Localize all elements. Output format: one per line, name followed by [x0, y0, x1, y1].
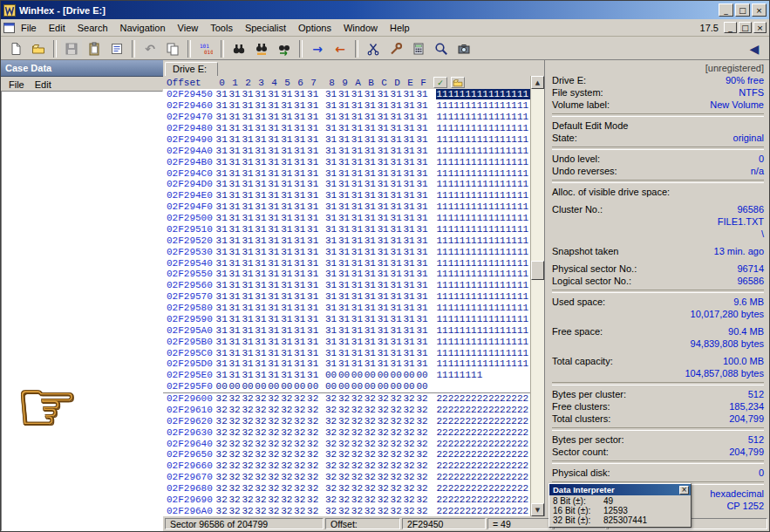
- hex-byte-cell[interactable]: 31: [215, 100, 228, 111]
- header-check-button[interactable]: ✓: [433, 77, 447, 88]
- hex-byte-cell[interactable]: 32: [215, 472, 228, 482]
- hex-byte-cell[interactable]: 31: [267, 337, 280, 347]
- hex-byte-cell[interactable]: 31: [267, 112, 280, 122]
- hex-byte-cell[interactable]: 31: [293, 179, 306, 189]
- hex-byte-cell[interactable]: 31: [242, 358, 255, 369]
- hex-byte-cell[interactable]: 31: [390, 134, 403, 145]
- hex-byte-cell[interactable]: 31: [254, 89, 267, 99]
- hex-byte-cell[interactable]: 31: [267, 314, 280, 324]
- hex-byte-cell[interactable]: 32: [403, 472, 416, 482]
- hex-byte-cell[interactable]: 31: [416, 89, 429, 99]
- data-interpreter-close-button[interactable]: ×: [679, 486, 689, 494]
- hex-byte-cell[interactable]: 00: [324, 381, 337, 392]
- hex-byte-cell[interactable]: 31: [215, 314, 228, 324]
- ascii-cell[interactable]: 2222222222222222: [436, 483, 529, 494]
- hex-byte-cell[interactable]: 31: [364, 123, 377, 133]
- ascii-cell[interactable]: 1111111111111111: [436, 100, 529, 111]
- hex-byte-cell[interactable]: 31: [228, 157, 242, 167]
- hex-byte-cell[interactable]: 31: [390, 247, 403, 257]
- hex-byte-cell[interactable]: 00: [351, 370, 364, 380]
- hex-byte-cell[interactable]: 31: [416, 168, 429, 179]
- hex-byte-cell[interactable]: 31: [293, 168, 306, 179]
- hex-byte-cell[interactable]: 31: [337, 348, 351, 358]
- hex-byte-cell[interactable]: 31: [242, 247, 255, 257]
- hex-byte-cell[interactable]: 32: [416, 405, 429, 415]
- hex-byte-cell[interactable]: 31: [280, 325, 293, 336]
- hex-byte-cell[interactable]: 31: [254, 303, 267, 313]
- hex-byte-cell[interactable]: 31: [364, 258, 377, 269]
- hex-byte-cell[interactable]: 31: [306, 112, 319, 122]
- hex-byte-cell[interactable]: 31: [403, 201, 416, 212]
- hex-byte-cell[interactable]: 32: [215, 439, 228, 449]
- hex-byte-cell[interactable]: 32: [280, 460, 293, 471]
- hex-byte-cell[interactable]: 31: [228, 303, 242, 313]
- hex-byte-cell[interactable]: 31: [215, 291, 228, 302]
- hex-byte-cell[interactable]: 32: [390, 472, 403, 482]
- hex-byte-cell[interactable]: 31: [377, 247, 390, 257]
- hex-byte-cell[interactable]: 31: [293, 314, 306, 324]
- hex-byte-cell[interactable]: 00: [254, 381, 267, 392]
- hex-byte-cell[interactable]: 31: [228, 269, 242, 279]
- hex-byte-cell[interactable]: 31: [267, 168, 280, 179]
- hex-byte-cell[interactable]: 31: [364, 358, 377, 369]
- hex-byte-cell[interactable]: 31: [228, 201, 242, 212]
- hex-byte-cell[interactable]: 31: [337, 100, 351, 111]
- hex-byte-cell[interactable]: 31: [242, 190, 255, 201]
- continue-search-button[interactable]: [274, 39, 295, 58]
- hex-byte-cell[interactable]: 31: [254, 337, 267, 347]
- toolbar-scroll-left-button[interactable]: ◀: [744, 39, 765, 58]
- hex-byte-cell[interactable]: 31: [254, 235, 267, 246]
- hex-byte-cell[interactable]: 31: [403, 157, 416, 167]
- hex-byte-cell[interactable]: 32: [306, 427, 319, 438]
- hex-byte-cell[interactable]: 31: [215, 179, 228, 189]
- hex-byte-cell[interactable]: 31: [324, 179, 337, 189]
- hex-byte-cell[interactable]: 31: [267, 269, 280, 279]
- hex-byte-cell[interactable]: 31: [337, 89, 351, 99]
- hex-byte-cell[interactable]: 31: [337, 179, 351, 189]
- ascii-cell[interactable]: 1111111111111111: [436, 89, 529, 99]
- hex-byte-cell[interactable]: 31: [416, 303, 429, 313]
- find-hex-button[interactable]: [251, 39, 272, 58]
- hex-byte-cell[interactable]: 31: [337, 146, 351, 156]
- hex-byte-cell[interactable]: 31: [228, 348, 242, 358]
- hex-byte-cell[interactable]: 31: [280, 123, 293, 133]
- hex-byte-cell[interactable]: 31: [293, 146, 306, 156]
- hex-byte-cell[interactable]: 32: [254, 494, 267, 505]
- hex-byte-cell[interactable]: 32: [324, 393, 337, 404]
- hex-byte-cell[interactable]: 32: [403, 416, 416, 426]
- hex-byte-cell[interactable]: 32: [293, 472, 306, 482]
- hex-byte-cell[interactable]: 31: [337, 247, 351, 257]
- hex-byte-cell[interactable]: 31: [215, 370, 228, 380]
- hex-byte-cell[interactable]: 32: [337, 483, 351, 494]
- hex-byte-cell[interactable]: 31: [228, 247, 242, 257]
- hex-byte-cell[interactable]: 31: [215, 134, 228, 145]
- hex-byte-cell[interactable]: 31: [267, 348, 280, 358]
- hex-byte-cell[interactable]: 31: [337, 168, 351, 179]
- hex-byte-cell[interactable]: 32: [228, 416, 242, 426]
- hex-byte-cell[interactable]: 31: [403, 269, 416, 279]
- hex-byte-cell[interactable]: 31: [403, 112, 416, 122]
- hex-byte-cell[interactable]: 32: [337, 449, 351, 460]
- hex-byte-cell[interactable]: 31: [267, 100, 280, 111]
- edit-notes-button[interactable]: [106, 39, 127, 58]
- hex-byte-cell[interactable]: 31: [306, 168, 319, 179]
- hex-byte-cell[interactable]: 31: [215, 247, 228, 257]
- hex-byte-cell[interactable]: 32: [416, 427, 429, 438]
- hex-byte-cell[interactable]: 31: [215, 235, 228, 246]
- undo-button[interactable]: ↶: [140, 39, 160, 58]
- hex-byte-cell[interactable]: 31: [403, 337, 416, 347]
- hex-byte-cell[interactable]: 32: [254, 472, 267, 482]
- hex-byte-cell[interactable]: 31: [364, 348, 377, 358]
- ascii-cell[interactable]: 1111111111111111: [436, 325, 529, 336]
- hex-byte-cell[interactable]: 32: [403, 460, 416, 471]
- menu-edit[interactable]: Edit: [43, 21, 72, 35]
- hex-byte-cell[interactable]: 31: [280, 258, 293, 269]
- hex-byte-cell[interactable]: 32: [254, 416, 267, 426]
- hex-byte-cell[interactable]: 32: [324, 506, 337, 516]
- ascii-cell[interactable]: 1111111111111111: [436, 190, 529, 201]
- hex-byte-cell[interactable]: 31: [267, 146, 280, 156]
- hex-byte-cell[interactable]: 32: [364, 483, 377, 494]
- hex-byte-cell[interactable]: 31: [416, 100, 429, 111]
- hex-byte-cell[interactable]: 31: [377, 280, 390, 290]
- tab-drive-e[interactable]: Drive E:: [165, 62, 218, 77]
